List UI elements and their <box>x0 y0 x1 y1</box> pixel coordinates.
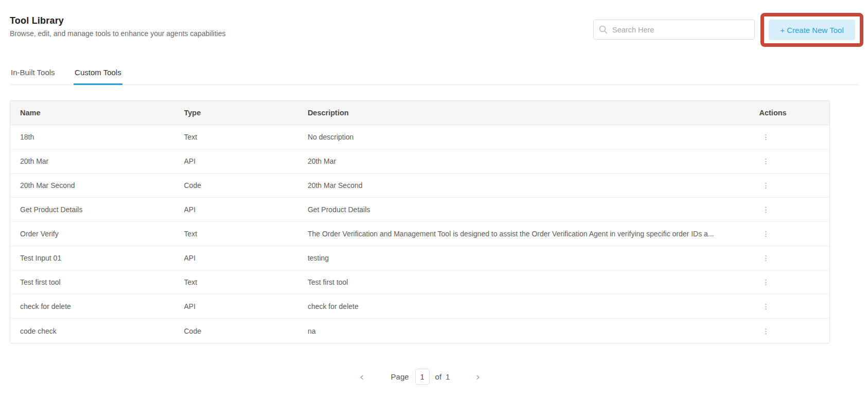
tool-type-cell: API <box>184 157 308 165</box>
kebab-menu-icon[interactable]: ⋮ <box>759 131 772 143</box>
chevron-right-icon[interactable]: › <box>472 371 483 383</box>
tool-type-cell: Text <box>184 278 308 286</box>
tool-name-cell: Get Product Details <box>10 205 184 214</box>
table-row: check for delete API check for delete ⋮ <box>10 295 829 319</box>
of-label: of <box>435 372 442 381</box>
search-input[interactable] <box>612 26 749 34</box>
kebab-menu-icon[interactable]: ⋮ <box>759 180 772 191</box>
table-row: Test first tool Text Test first tool ⋮ <box>10 270 829 295</box>
tool-description-cell: 20th Mar Second <box>308 181 758 190</box>
tool-description-cell: check for delete <box>308 302 758 311</box>
tool-name-cell: check for delete <box>10 302 184 311</box>
page-title: Tool Library <box>10 15 64 26</box>
column-header-description: Description <box>308 109 758 117</box>
create-new-tool-button[interactable]: + Create New Tool <box>769 20 855 40</box>
kebab-menu-icon[interactable]: ⋮ <box>759 228 772 239</box>
tool-description-cell: testing <box>308 254 758 262</box>
tab-in-built-tools[interactable]: In-Built Tools <box>10 65 56 85</box>
column-header-name: Name <box>10 109 184 117</box>
table-row: 20th Mar Second Code 20th Mar Second ⋮ <box>10 174 829 198</box>
tool-name-cell: code check <box>10 327 184 335</box>
tool-type-cell: Code <box>184 327 308 335</box>
table-row: Get Product Details API Get Product Deta… <box>10 198 829 222</box>
tool-description-cell: 20th Mar <box>308 157 758 165</box>
tool-type-cell: Text <box>184 133 308 141</box>
column-header-type: Type <box>184 109 308 117</box>
tool-name-cell: 18th <box>10 133 184 141</box>
table-row: Test Input 01 API testing ⋮ <box>10 246 829 270</box>
table-row: 20th Mar API 20th Mar ⋮ <box>10 149 829 174</box>
table-body: 18th Text No description ⋮ 20th Mar API … <box>10 125 829 343</box>
tool-type-cell: API <box>184 302 308 311</box>
search-icon <box>599 25 608 34</box>
total-pages: 1 <box>446 372 450 381</box>
tool-type-cell: API <box>184 205 308 214</box>
page-subtitle: Browse, edit, and manage tools to enhanc… <box>10 29 226 38</box>
kebab-menu-icon[interactable]: ⋮ <box>759 325 772 337</box>
tool-description-cell: na <box>308 327 758 335</box>
table-row: code check Code na ⋮ <box>10 319 829 343</box>
chevron-left-icon[interactable]: ‹ <box>357 371 367 383</box>
tool-description-cell: The Order Verification and Management To… <box>308 230 758 238</box>
tool-type-cell: Code <box>184 181 308 190</box>
kebab-menu-icon[interactable]: ⋮ <box>759 204 772 215</box>
tabs-bar: In-Built Tools Custom Tools <box>10 65 859 85</box>
tool-name-cell: 20th Mar Second <box>10 181 184 190</box>
tool-name-cell: 20th Mar <box>10 157 184 165</box>
annotation-highlight-box: + Create New Tool <box>760 13 863 47</box>
page-number-input[interactable] <box>415 369 430 385</box>
tool-name-cell: Test first tool <box>10 278 184 286</box>
tool-name-cell: Test Input 01 <box>10 254 184 262</box>
table-row: 18th Text No description ⋮ <box>10 125 829 149</box>
kebab-menu-icon[interactable]: ⋮ <box>759 301 772 312</box>
tool-type-cell: API <box>184 254 308 262</box>
tab-custom-tools[interactable]: Custom Tools <box>74 65 122 85</box>
tool-description-cell: Get Product Details <box>308 205 758 214</box>
table-header-row: Name Type Description Actions <box>10 101 829 125</box>
tools-table: Name Type Description Actions 18th Text … <box>10 100 830 343</box>
pagination: ‹ Page of 1 › <box>10 369 830 385</box>
tool-type-cell: Text <box>184 230 308 238</box>
kebab-menu-icon[interactable]: ⋮ <box>759 156 772 167</box>
page-label: Page <box>391 372 409 381</box>
table-row: Order Verify Text The Order Verification… <box>10 222 829 246</box>
tool-name-cell: Order Verify <box>10 230 184 238</box>
tool-description-cell: Test first tool <box>308 278 758 286</box>
tool-description-cell: No description <box>308 133 758 141</box>
kebab-menu-icon[interactable]: ⋮ <box>759 252 772 264</box>
kebab-menu-icon[interactable]: ⋮ <box>759 277 772 288</box>
column-header-actions: Actions <box>758 109 829 117</box>
search-box[interactable] <box>593 20 755 40</box>
